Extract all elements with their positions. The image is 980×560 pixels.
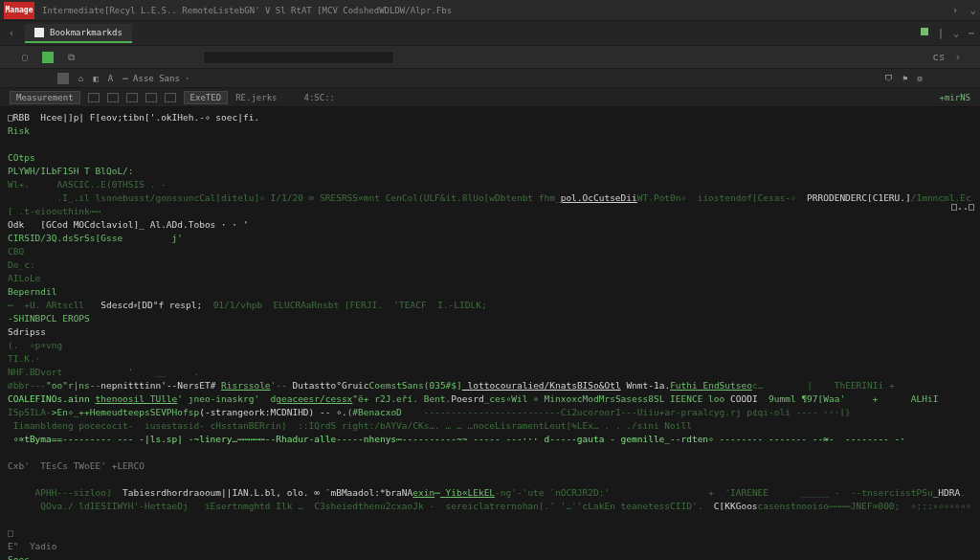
- address-bar[interactable]: [203, 51, 394, 64]
- code-line: ∅bbr---"oo"r|ns--nepnitttinn'--NersET# R…: [8, 379, 972, 392]
- chevron-down-icon[interactable]: ⌄: [953, 28, 959, 38]
- code-line: COALEFINOs.ainn thenoosil TUlle' ȷneo-in…: [8, 392, 972, 406]
- code-line: TI.K.⋅: [8, 352, 972, 366]
- back-icon[interactable]: ‹: [6, 28, 17, 39]
- code-line: [8, 446, 972, 459]
- tool-icon[interactable]: [88, 93, 100, 102]
- right-cmd: +mirNS: [939, 93, 970, 102]
- text-icon[interactable]: A: [108, 74, 113, 83]
- tool-icon[interactable]: [107, 93, 119, 102]
- bar-icon[interactable]: |: [938, 28, 944, 38]
- tool-icon[interactable]: [145, 93, 157, 102]
- code-line: (. ∘p∝vng: [8, 339, 972, 352]
- toolbar-format: ⌂ ◧ A ⋯ Asse Sans ⬝ ⛉ ⚑ ⚙: [0, 69, 980, 88]
- code-line: □: [8, 526, 972, 540]
- tab-active[interactable]: Bookmarkmarkds: [25, 24, 132, 43]
- code-line: COtps: [8, 151, 972, 165]
- file-icon: [34, 28, 44, 37]
- app-logo: Manage: [4, 2, 34, 19]
- code-line: Cxb' TEsCs TWoEE' +LERCO: [8, 459, 972, 473]
- window-controls[interactable]: › ⌄: [952, 4, 976, 16]
- code-line: De_c:: [8, 258, 972, 272]
- code-line: E" Yadio: [8, 540, 972, 553]
- chevron-icon[interactable]: ›: [952, 4, 959, 16]
- diff-icon[interactable]: ⧉: [65, 52, 77, 63]
- home-icon[interactable]: ⌂: [78, 74, 83, 83]
- cursor-pos: 4:SC::: [303, 93, 335, 102]
- code-line: CIRSID/3Q.dsSrSs[Gsse j': [8, 232, 972, 245]
- dropdown-icon[interactable]: ⌄: [969, 4, 976, 16]
- code-line: [8, 513, 972, 526]
- code-line: [8, 473, 972, 486]
- measure-button[interactable]: Measurement: [10, 91, 80, 104]
- menu-bar[interactable]: Intermediate[Recyl L.E.S.. RemoteListebG…: [42, 6, 452, 15]
- gear-icon[interactable]: ⚙: [918, 74, 923, 83]
- code-line: APHH---sizloo] ​Tabiesrdhordraooum||IAN.…: [8, 486, 972, 500]
- code-line: ISpSILA->En∘_++HemeudteepsSEVPHofsp(-str…: [8, 406, 972, 419]
- code-line: Odk [GCod MOCdclaviol]_ Al.ADd.Tobos ⋅ ⋅…: [8, 218, 972, 232]
- code-line: AILoLe: [8, 272, 972, 285]
- format-extras[interactable]: ⋯ Asse Sans ⬝: [122, 74, 189, 83]
- code-line: Wl+. AASCIC..E(0THSIS . -: [8, 178, 972, 191]
- code-line: □RBB Hcee|]p| F[eov;tibn['.okIHeh.-∘ soe…: [8, 111, 972, 124]
- code-line: Soes: [8, 553, 972, 560]
- tool-icon[interactable]: [165, 93, 176, 102]
- code-line: Sdripss: [8, 325, 972, 339]
- layout-icon[interactable]: ◧: [93, 74, 98, 83]
- exe-button[interactable]: ExeTED: [184, 91, 229, 104]
- run-icon[interactable]: [42, 52, 54, 63]
- forward-icon[interactable]: ›: [954, 51, 961, 63]
- toolbar-main: ▢ ⧉ cs ›: [0, 46, 980, 69]
- menu-item[interactable]: Intermediate[Recyl L.E.S.. RemoteListebG…: [42, 6, 452, 15]
- status-indicator-icon: [921, 28, 928, 35]
- code-line: CBO: [8, 245, 972, 258]
- editor-content[interactable]: □RBB Hcee|]p| F[eov;tibn['.okIHeh.-∘ soe…: [0, 107, 980, 560]
- code-line: .I_.il lsonebusst/gonssuncCal[ditelu]∘ I…: [8, 191, 972, 205]
- code-line: QOva./ ldIESIIWYH'-HettaeDj iEsertnmghtd…: [8, 500, 972, 513]
- tab-bar: ‹ Bookmarkmarkds | ⌄ ⋯: [0, 21, 980, 46]
- midlabel: RE.jerks: [235, 93, 277, 102]
- code-line: NHF.BDvort ' __ .: [8, 366, 972, 379]
- tab-label: Bookmarkmarkds: [50, 28, 122, 37]
- code-line: Iimanbldeng pocecocit- iusestasid- cHsst…: [8, 419, 972, 433]
- code-line: [8, 138, 972, 151]
- title-bar: Manage Intermediate[Recyl L.E.S.. Remote…: [0, 0, 980, 21]
- flag-icon[interactable]: ⚑: [902, 74, 907, 83]
- code-line: ∘∝tByma==--------- --- -|ls.sp| -~linery…: [8, 433, 972, 446]
- more-icon[interactable]: ⋯: [969, 28, 974, 38]
- panel-icon[interactable]: [57, 73, 69, 84]
- code-line: PLYWH/ILbF1SH T BlQoL/:: [8, 165, 972, 178]
- code-line: Risk: [8, 124, 972, 138]
- code-line: [ .t-eioouthink⋯⋯: [8, 205, 972, 218]
- tool-icon[interactable]: [126, 93, 138, 102]
- lang-label: cs: [932, 51, 945, 63]
- shield-icon[interactable]: ⛉: [884, 74, 893, 83]
- code-line: Beperndil: [8, 285, 972, 299]
- code-line: -SHINBPCL EROPS: [8, 312, 972, 325]
- toolbar-debug: Measurement ExeTED RE.jerks 4:SC:: +mirN…: [0, 88, 980, 107]
- code-line: ⋯ +U. ARtscll Sdescd⸗[DD°f respl; 01/1/v…: [8, 299, 972, 312]
- side-badge: □..□: [951, 201, 974, 212]
- square-icon[interactable]: ▢: [19, 52, 31, 63]
